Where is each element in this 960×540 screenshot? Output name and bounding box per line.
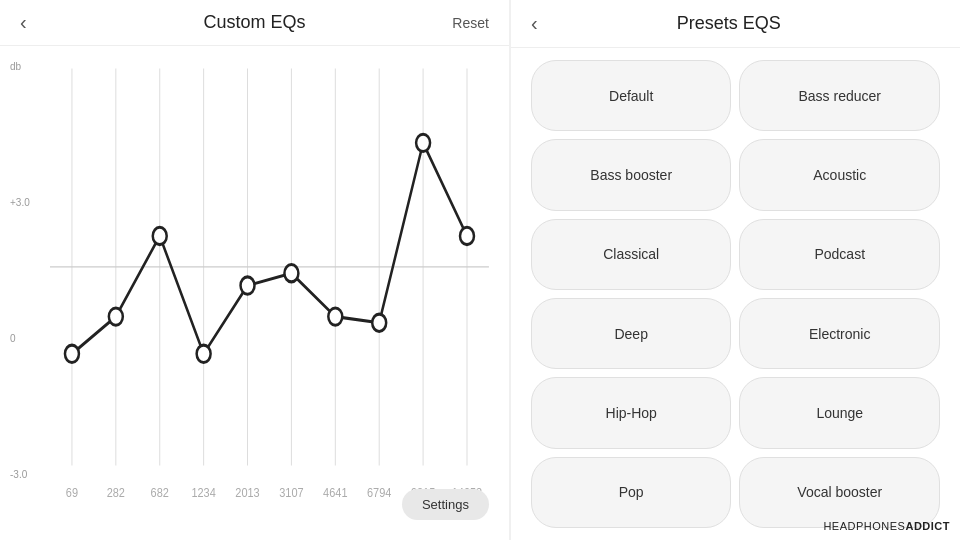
presets-grid: DefaultBass reducerBass boosterAcousticC… bbox=[511, 48, 960, 540]
svg-point-15 bbox=[241, 277, 255, 294]
preset-btn-electronic[interactable]: Electronic bbox=[739, 298, 940, 369]
preset-btn-vocal-booster[interactable]: Vocal booster bbox=[739, 457, 940, 528]
preset-btn-classical[interactable]: Classical bbox=[531, 219, 732, 290]
y-label-db: db bbox=[10, 61, 30, 72]
left-panel: ‹ Custom EQs Reset db +3.0 0 -3.0 bbox=[0, 0, 509, 540]
page-title: Custom EQs bbox=[203, 12, 305, 33]
eq-chart-area: db +3.0 0 -3.0 bbox=[0, 46, 509, 540]
y-label-zero: 0 bbox=[10, 333, 30, 344]
preset-btn-bass-reducer[interactable]: Bass reducer bbox=[739, 60, 940, 131]
reset-button[interactable]: Reset bbox=[452, 15, 489, 31]
svg-text:69: 69 bbox=[66, 484, 78, 499]
chart-container: 69 282 682 1234 2013 3107 4641 6794 9815… bbox=[50, 56, 489, 540]
right-panel: ‹ Presets EQS DefaultBass reducerBass bo… bbox=[511, 0, 960, 540]
preset-btn-deep[interactable]: Deep bbox=[531, 298, 732, 369]
svg-point-20 bbox=[460, 227, 474, 244]
svg-point-11 bbox=[65, 345, 79, 362]
svg-text:1234: 1234 bbox=[191, 484, 215, 499]
svg-point-12 bbox=[109, 308, 123, 325]
y-label-minus3: -3.0 bbox=[10, 469, 30, 480]
watermark-prefix: HEADPHONES bbox=[823, 520, 905, 532]
svg-point-16 bbox=[284, 264, 298, 281]
svg-point-14 bbox=[197, 345, 211, 362]
svg-text:6794: 6794 bbox=[367, 484, 391, 499]
preset-btn-default[interactable]: Default bbox=[531, 60, 732, 131]
svg-point-17 bbox=[328, 308, 342, 325]
watermark-suffix: ADDICT bbox=[905, 520, 950, 532]
svg-text:3107: 3107 bbox=[279, 484, 303, 499]
back-button[interactable]: ‹ bbox=[20, 11, 27, 34]
preset-btn-bass-booster[interactable]: Bass booster bbox=[531, 139, 732, 210]
preset-btn-acoustic[interactable]: Acoustic bbox=[739, 139, 940, 210]
y-label-plus3: +3.0 bbox=[10, 197, 30, 208]
left-header: ‹ Custom EQs Reset bbox=[0, 0, 509, 46]
svg-text:2013: 2013 bbox=[235, 484, 259, 499]
svg-text:4641: 4641 bbox=[323, 484, 347, 499]
svg-point-18 bbox=[372, 314, 386, 331]
preset-btn-hip-hop[interactable]: Hip-Hop bbox=[531, 377, 732, 448]
preset-btn-podcast[interactable]: Podcast bbox=[739, 219, 940, 290]
right-back-button[interactable]: ‹ bbox=[531, 12, 538, 35]
y-axis-labels: db +3.0 0 -3.0 bbox=[10, 46, 30, 540]
svg-text:682: 682 bbox=[151, 484, 169, 499]
svg-point-19 bbox=[416, 134, 430, 151]
eq-graph: 69 282 682 1234 2013 3107 4641 6794 9815… bbox=[50, 56, 489, 540]
svg-point-13 bbox=[153, 227, 167, 244]
preset-btn-pop[interactable]: Pop bbox=[531, 457, 732, 528]
svg-text:282: 282 bbox=[107, 484, 125, 499]
right-header: ‹ Presets EQS bbox=[511, 0, 960, 48]
settings-button[interactable]: Settings bbox=[402, 489, 489, 520]
watermark: HEADPHONESADDICT bbox=[823, 520, 950, 532]
presets-title: Presets EQS bbox=[548, 13, 910, 34]
preset-btn-lounge[interactable]: Lounge bbox=[739, 377, 940, 448]
